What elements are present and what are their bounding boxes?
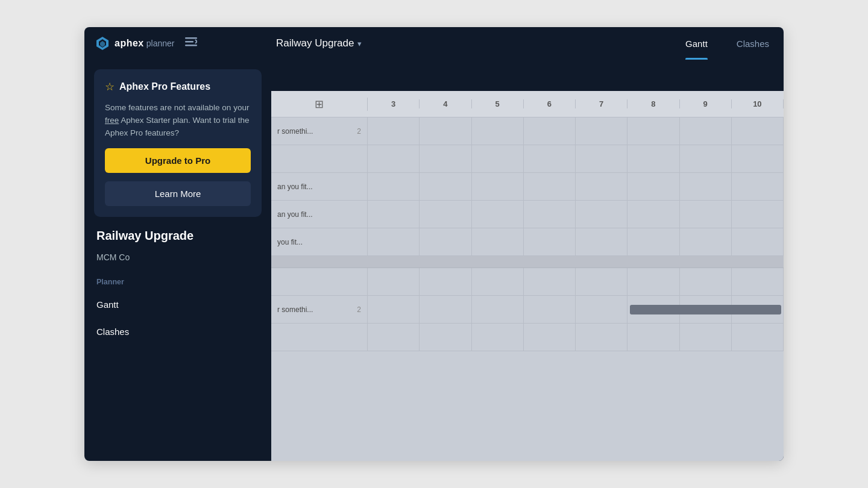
gantt-cell (472, 296, 524, 323)
tab-clashes[interactable]: Clashes (722, 27, 784, 60)
gantt-row-cells (368, 228, 784, 255)
gantt-cell (576, 201, 627, 228)
gantt-cell (420, 173, 471, 200)
gantt-cell (472, 173, 524, 200)
app-container: aphex planner Railway Upgrade ▾ (84, 27, 784, 461)
gantt-cell (472, 201, 524, 228)
gantt-cell (576, 145, 627, 172)
pro-card-title: Aphex Pro Features (119, 81, 210, 92)
svg-rect-3 (185, 37, 197, 39)
project-title-chevron-icon: ▾ (357, 39, 362, 48)
body-area: ☆ Aphex Pro Features Some features are n… (84, 60, 784, 461)
gantt-cell (368, 296, 420, 323)
gantt-cell (524, 145, 576, 172)
gantt-cell (368, 268, 420, 295)
gantt-row-left: r somethi... 2 (271, 117, 368, 145)
gantt-cell (524, 117, 576, 145)
gantt-row-label: you fit... (277, 238, 303, 246)
top-nav: aphex planner Railway Upgrade ▾ (84, 27, 784, 60)
project-title-text: Railway Upgrade (276, 37, 354, 49)
gantt-cell (576, 228, 627, 255)
svg-rect-5 (185, 45, 197, 46)
sidebar-project-name: Railway Upgrade (94, 224, 262, 243)
sidebar-section-label: Planner (94, 272, 262, 287)
tab-gantt[interactable]: Gantt (671, 27, 722, 60)
table-row (271, 268, 784, 296)
gantt-cell (576, 268, 627, 295)
browser-frame: aphex planner Railway Upgrade ▾ (84, 27, 784, 461)
table-layout-icon[interactable]: ⊞ (315, 98, 324, 111)
pro-card-header: ☆ Aphex Pro Features (105, 80, 251, 93)
pro-features-card: ☆ Aphex Pro Features Some features are n… (94, 69, 262, 217)
project-title-nav[interactable]: Railway Upgrade ▾ (276, 37, 362, 49)
gantt-cell (420, 324, 471, 351)
gantt-row-cells (368, 173, 784, 200)
logo-planner: planner (146, 39, 175, 48)
gantt-cell (524, 296, 576, 323)
gantt-cell (368, 201, 420, 228)
tab-clashes-label: Clashes (737, 39, 769, 49)
gantt-cell (576, 173, 627, 200)
sub-header (271, 60, 784, 91)
gantt-cell (680, 268, 732, 295)
gantt-row-left: r somethi... 2 (271, 296, 368, 323)
gantt-cell (576, 117, 627, 145)
gantt-cell (627, 268, 679, 295)
gantt-cell (524, 324, 576, 351)
gantt-col-headers: 3 4 5 6 7 8 9 10 (368, 99, 784, 108)
gantt-cell (680, 117, 732, 145)
gantt-row-label: an you fit... (277, 210, 313, 219)
gantt-cell (420, 296, 471, 323)
gantt-cell (627, 117, 679, 145)
gantt-cell (472, 324, 524, 351)
gantt-cell (368, 117, 420, 145)
free-text: free (105, 116, 119, 125)
star-icon: ☆ (105, 80, 115, 93)
gantt-cell (524, 173, 576, 200)
table-row: an you fit... (271, 173, 784, 201)
gantt-cell (732, 324, 784, 351)
gantt-row-left (271, 268, 368, 295)
gantt-cell (472, 145, 524, 172)
gantt-cell (627, 228, 679, 255)
table-row (271, 145, 784, 173)
nav-right: Gantt Clashes (671, 27, 784, 60)
gantt-cell (732, 173, 784, 200)
upgrade-to-pro-button[interactable]: Upgrade to Pro (105, 148, 251, 173)
gantt-cell (576, 296, 627, 323)
collapse-sidebar-button[interactable] (183, 35, 200, 52)
gantt-cell (420, 268, 471, 295)
gantt-bar (630, 305, 781, 314)
learn-more-button[interactable]: Learn More (105, 181, 251, 206)
gantt-cell (627, 201, 679, 228)
pro-card-description: Some features are not available on your … (105, 102, 251, 140)
gantt-cell (368, 228, 420, 255)
gantt-cell (420, 228, 471, 255)
gantt-row-count: 2 (357, 305, 361, 314)
gantt-cell (368, 145, 420, 172)
sidebar-item-clashes[interactable]: Clashes (94, 322, 262, 342)
gantt-cell (524, 268, 576, 295)
gantt-row-cells (368, 296, 784, 323)
gantt-col-8: 8 (627, 99, 679, 108)
gantt-cell (368, 173, 420, 200)
gantt-cell (627, 145, 679, 172)
gantt-row-left: you fit... (271, 228, 368, 255)
gantt-cell (472, 228, 524, 255)
gantt-cell (627, 324, 679, 351)
gantt-col-10: 10 (732, 99, 784, 108)
sidebar-item-gantt[interactable]: Gantt (94, 295, 262, 314)
gantt-col-7: 7 (576, 99, 627, 108)
sidebar: ☆ Aphex Pro Features Some features are n… (84, 60, 271, 461)
gantt-cell (732, 117, 784, 145)
gantt-cell (524, 228, 576, 255)
gantt-header: ⊞ 3 4 5 6 7 8 9 10 (271, 91, 784, 117)
table-row: you fit... (271, 228, 784, 256)
gantt-cell (732, 201, 784, 228)
table-row: an you fit... (271, 201, 784, 228)
gantt-row-cells (368, 201, 784, 228)
gantt-col-9: 9 (680, 99, 732, 108)
aphex-logo-icon (94, 35, 111, 52)
gantt-row-left: an you fit... (271, 201, 368, 228)
section-divider (271, 256, 784, 268)
